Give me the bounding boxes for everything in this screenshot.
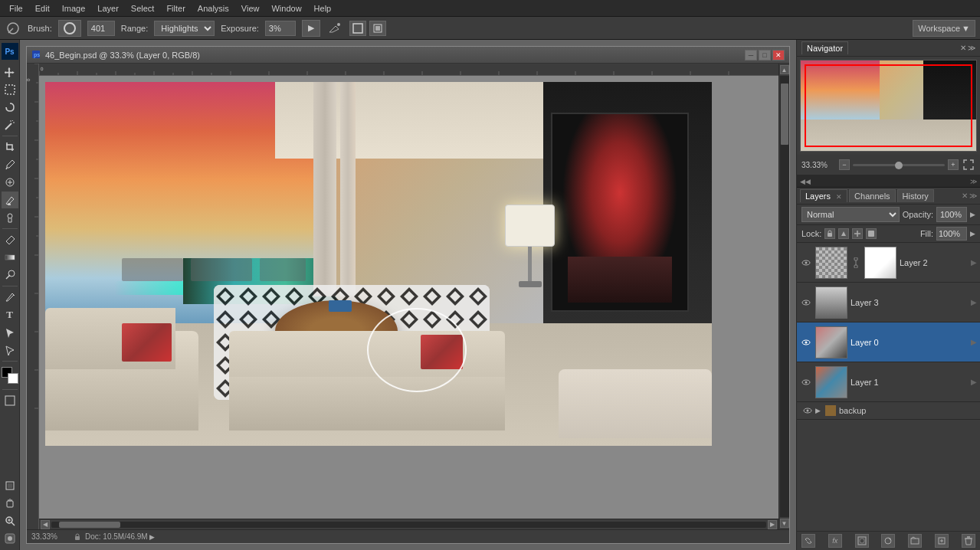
eyedropper-tool[interactable] <box>2 156 18 173</box>
status-arrow-btn[interactable]: ▶ <box>149 533 155 541</box>
brush-tool[interactable] <box>2 192 18 208</box>
layer-mask-btn[interactable] <box>855 534 869 548</box>
v-scroll-thumb[interactable] <box>781 83 788 145</box>
h-scroll-thumb[interactable] <box>59 522 120 528</box>
backup-folder-item[interactable]: ▶ backup <box>797 402 980 420</box>
move-tool[interactable] <box>2 64 18 80</box>
menu-help[interactable]: Help <box>308 2 338 15</box>
scroll-down-btn[interactable]: ▼ <box>780 519 789 528</box>
layer-0-visibility-icon[interactable] <box>800 336 812 349</box>
layer-2-visibility-icon[interactable] <box>800 257 812 269</box>
layer-adjustment-btn[interactable] <box>881 534 895 548</box>
menu-window[interactable]: Window <box>265 2 307 15</box>
type-tool[interactable]: T <box>2 306 18 323</box>
menu-layer[interactable]: Layer <box>91 2 125 15</box>
hand-tool[interactable] <box>2 495 18 512</box>
panel-collapse-btn[interactable]: ◀◀ <box>800 178 811 185</box>
tab-channels[interactable]: Channels <box>849 189 895 202</box>
marquee-tool[interactable] <box>2 81 18 98</box>
range-select[interactable]: Highlights Midtones Shadows <box>154 21 215 36</box>
expand-folder-btn[interactable]: ▶ <box>815 407 821 414</box>
nav-fullscreen-icon[interactable] <box>962 158 975 172</box>
layer-style-btn[interactable]: fx <box>828 534 842 548</box>
blend-mode-select[interactable]: Normal Multiply Screen Overlay <box>801 207 900 222</box>
gradient-tool[interactable] <box>2 249 18 266</box>
crop-tool[interactable] <box>2 139 18 156</box>
restore-btn[interactable]: □ <box>759 50 771 61</box>
layers-tabs-expand[interactable]: ≫ <box>969 192 977 200</box>
scroll-right-btn[interactable]: ▶ <box>768 520 777 529</box>
lock-image-btn[interactable] <box>838 228 849 239</box>
menu-edit[interactable]: Edit <box>29 2 56 15</box>
screen-mode-tool[interactable] <box>2 392 18 409</box>
background-color[interactable] <box>8 373 18 384</box>
menu-file[interactable]: File <box>3 2 29 15</box>
menu-analysis[interactable]: Analysis <box>192 2 235 15</box>
exposure-arrow-btn[interactable]: ▶ <box>302 20 320 37</box>
layer-delete-btn[interactable] <box>962 534 975 548</box>
horizontal-scrollbar[interactable]: ◀ ▶ <box>39 519 778 529</box>
fill-input[interactable] <box>936 227 967 241</box>
screen-mode-btn[interactable] <box>349 21 366 36</box>
panel-expand-btn[interactable]: ≫ <box>970 178 977 185</box>
layer-new-btn[interactable] <box>935 534 949 548</box>
layer-2-chain-icon <box>851 257 861 268</box>
layers-tab-close[interactable]: ✕ <box>836 193 842 201</box>
navigator-expand-icon[interactable]: ≫ <box>968 44 975 52</box>
nav-zoom-slider[interactable] <box>853 164 945 166</box>
canvas-content[interactable] <box>39 76 778 519</box>
nav-zoom-in-btn[interactable]: + <box>948 159 959 170</box>
navigator-tab[interactable]: Navigator <box>801 41 848 54</box>
layer-item-0[interactable]: Layer 0 ▶ <box>797 322 980 362</box>
path-select-tool[interactable] <box>2 324 18 341</box>
clone-tool[interactable] <box>2 209 18 226</box>
close-btn[interactable]: ✕ <box>772 50 785 61</box>
layer-item-1[interactable]: Layer 1 ▶ <box>797 362 980 402</box>
navigator-preview <box>800 60 977 152</box>
scroll-left-btn[interactable]: ◀ <box>41 520 50 529</box>
menu-view[interactable]: View <box>235 2 266 15</box>
menu-select[interactable]: Select <box>125 2 161 15</box>
canvas-btn[interactable] <box>369 21 386 36</box>
pen-tool[interactable] <box>2 289 18 306</box>
layer-1-visibility-icon[interactable] <box>800 376 812 388</box>
exposure-input[interactable] <box>265 21 296 36</box>
layer-link-btn[interactable] <box>801 534 815 548</box>
opacity-input[interactable] <box>936 207 967 222</box>
direct-select-tool[interactable] <box>2 342 18 358</box>
layer-item-2[interactable]: Layer 2 ▶ <box>797 243 980 283</box>
lock-all-btn[interactable] <box>866 228 877 239</box>
nav-zoom-out-btn[interactable]: − <box>839 159 850 170</box>
brush-preview-btn[interactable] <box>58 20 81 37</box>
layer-item-3[interactable]: Layer 3 ▶ <box>797 283 980 322</box>
zoom-tool[interactable] <box>2 512 18 529</box>
layer-group-btn[interactable] <box>908 534 922 548</box>
tab-history[interactable]: History <box>897 189 934 202</box>
layer-3-name: Layer 3 <box>851 298 969 307</box>
lock-transparent-btn[interactable] <box>824 228 835 239</box>
color-swatches[interactable] <box>2 367 18 384</box>
brush-size-input[interactable] <box>87 21 115 36</box>
opacity-arrow-icon[interactable]: ▶ <box>970 211 975 218</box>
svg-rect-5 <box>375 26 380 31</box>
navigator-close-icon[interactable]: ✕ <box>960 44 966 52</box>
fill-arrow-icon[interactable]: ▶ <box>970 230 975 237</box>
layer-3-visibility-icon[interactable] <box>800 296 812 309</box>
lock-position-btn[interactable] <box>852 228 863 239</box>
dodge-burn-tool[interactable] <box>2 267 18 283</box>
backup-folder-visibility-icon[interactable] <box>801 404 814 417</box>
magic-wand-tool[interactable] <box>2 116 18 133</box>
brush-label: Brush: <box>28 24 52 33</box>
lasso-tool[interactable] <box>2 99 18 116</box>
scroll-up-btn[interactable]: ▲ <box>780 65 789 74</box>
fullscreen-btn[interactable] <box>2 477 18 494</box>
tab-layers[interactable]: Layers ✕ <box>800 189 847 202</box>
minimize-btn[interactable]: ─ <box>745 50 757 61</box>
eraser-tool[interactable] <box>2 231 18 248</box>
menu-filter[interactable]: Filter <box>160 2 191 15</box>
mask-toggle[interactable] <box>2 530 18 547</box>
layers-tabs-close[interactable]: ✕ <box>962 192 968 200</box>
healing-tool[interactable] <box>2 174 18 191</box>
menu-image[interactable]: Image <box>56 2 92 15</box>
workspace-btn[interactable]: Workspace ▼ <box>913 20 975 37</box>
